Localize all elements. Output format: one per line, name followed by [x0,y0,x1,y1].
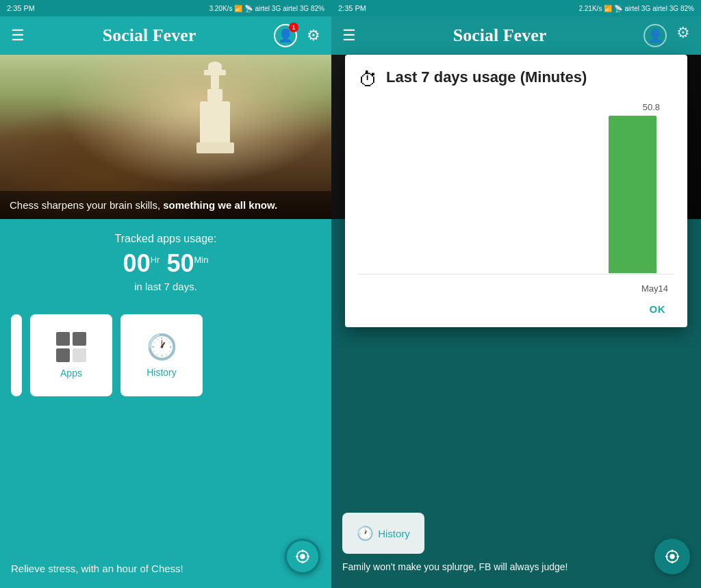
left-signal-icon: 📶 [234,5,242,12]
profile-icon-button[interactable]: 👤 1 [274,24,297,47]
left-carrier1: airtel 3G [255,5,281,12]
left-fab-button[interactable] [285,539,320,574]
right-target-icon [665,549,680,564]
left-top-bar: ☰ Social Fever 👤 1 ⚙ [0,16,331,55]
right-top-icons: 👤 ⚙ [643,24,690,47]
grid-cell-4 [73,348,86,362]
left-bottom-quote: Relieve stress, with an hour of Chess! [11,563,183,574]
dialog-timer-icon: ⏱ [359,68,378,91]
right-battery: 82% [680,5,694,12]
right-carrier2: airtel 3G [652,5,678,12]
right-carrier1: airtel 3G [624,5,650,12]
svg-point-7 [670,554,674,559]
minutes-unit: Min [194,255,208,265]
right-clock-icon: 🕐 [357,525,374,541]
dialog-ok-row: OK [359,294,674,319]
right-fab-button[interactable] [654,539,690,574]
notification-badge: 1 [289,23,298,32]
grid-cell-3 [56,348,70,362]
usage-label: Tracked apps usage: [11,233,320,245]
nav-cards-section: Apps 🕐 History [0,303,331,396]
svg-point-1 [300,554,305,559]
right-status-right: 2.21K/s 📶 📡 airtel 3G airtel 3G 82% [578,5,694,12]
hours-unit: Hr [151,255,160,265]
app-title-left: Social Fever [103,25,196,46]
dialog-header: ⏱ Last 7 days usage (Minutes) [359,68,674,91]
right-bottom-left: 🕐 History Family won't make you splurge,… [342,513,654,574]
left-status-bar: 2:35 PM 3.20K/s 📶 📡 airtel 3G airtel 3G … [0,0,331,16]
king-body [200,101,230,142]
hero-image: Chess sharpens your brain skills, someth… [0,55,331,219]
right-status-bar: 2:35 PM 2.21K/s 📶 📡 airtel 3G airtel 3G … [331,0,701,16]
dialog-ok-button[interactable]: OK [641,299,674,319]
usage-section: Tracked apps usage: 00Hr 50Min in last 7… [0,219,331,303]
right-status-left: 2:35 PM [338,4,366,12]
king-base [196,142,234,153]
chart-bar [609,116,657,273]
right-wifi-icon: 📡 [614,5,622,12]
right-top-bar: ☰ Social Fever 👤 ⚙ [331,16,701,55]
hero-caption-prefix: Chess sharpens your brain skills, [10,199,163,211]
left-speed: 3.20K/s [209,5,232,12]
king-neck [207,89,222,101]
right-panel: 2:35 PM 2.21K/s 📶 📡 airtel 3G airtel 3G … [331,0,701,588]
apps-card-label: Apps [60,368,82,379]
right-user-icon: 👤 [648,28,663,43]
chart-axis [359,274,674,274]
hamburger-icon[interactable]: ☰ [11,27,25,44]
chart-area: 50.8 May14 [359,102,674,294]
top-bar-icons: 👤 1 ⚙ [274,24,320,47]
king-top [211,68,219,89]
left-status-icons: 3.20K/s 📶 📡 airtel 3G airtel 3G 82% [209,5,324,12]
left-battery: 82% [311,5,324,12]
grid-cell-1 [56,332,70,346]
target-icon [295,549,310,564]
left-time: 2:35 PM [7,4,35,12]
usage-hours: 00 [123,249,151,277]
left-panel: 2:35 PM 3.20K/s 📶 📡 airtel 3G airtel 3G … [0,0,331,588]
right-bottom-bar: 🕐 History Family won't make you splurge,… [331,502,701,588]
chart-bar-wrap [605,116,660,273]
hero-caption-bold: something we all know. [163,199,277,211]
right-hamburger-icon[interactable]: ☰ [342,27,356,44]
right-time: 2:35 PM [338,4,366,12]
right-profile-icon[interactable]: 👤 [643,24,667,47]
left-wifi-icon: 📡 [244,5,253,12]
dialog-title: Last 7 days usage (Minutes) [386,68,587,86]
left-status-time: 2:35 PM [7,4,35,12]
chess-king-figure [194,68,235,164]
usage-sub: in last 7 days. [11,281,320,292]
chart-value-label: 50.8 [643,102,660,112]
right-bottom-quote: Family won't make you splurge, FB will a… [342,561,568,574]
usage-minutes: 50 [166,249,194,277]
left-bottom-bar: Relieve stress, with an hour of Chess! [0,396,331,588]
nav-card-history[interactable]: 🕐 History [120,314,203,396]
nav-card-partial[interactable] [11,314,22,396]
history-clock-icon: 🕐 [146,333,177,361]
hero-caption: Chess sharpens your brain skills, someth… [0,191,331,219]
history-card-label: History [146,367,177,378]
usage-time: 00Hr 50Min [11,249,320,278]
app-title-right: Social Fever [453,25,546,46]
nav-card-apps[interactable]: Apps [30,314,112,396]
settings-icon[interactable]: ⚙ [307,27,320,44]
grid-cell-2 [73,332,86,346]
left-carrier2: airtel 3G [283,5,309,12]
right-history-label: History [378,528,410,539]
usage-dialog: ⏱ Last 7 days usage (Minutes) 50.8 May14… [345,55,687,327]
right-settings-icon[interactable]: ⚙ [676,24,690,47]
right-speed: 2.21K/s [578,5,602,12]
right-history-card[interactable]: 🕐 History [342,513,424,554]
right-signal-icon: 📶 [604,5,612,12]
apps-grid-icon [56,332,86,362]
chart-x-label: May14 [641,283,668,294]
